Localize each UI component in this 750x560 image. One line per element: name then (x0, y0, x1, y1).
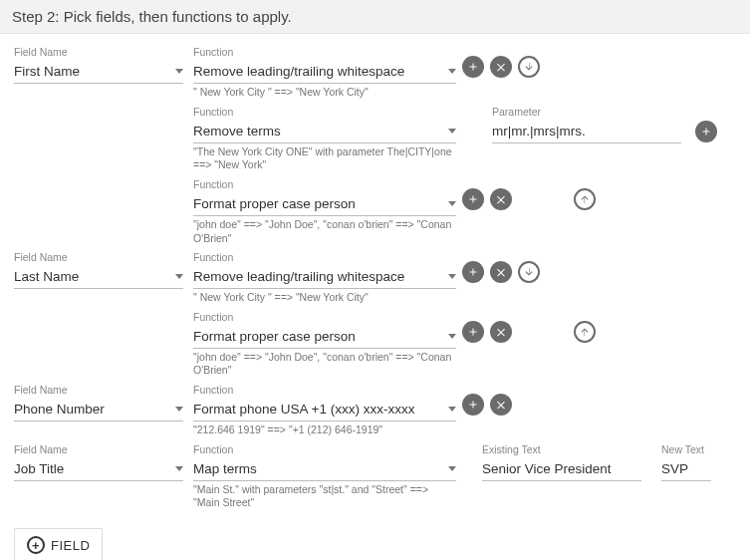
chevron-down-icon (448, 129, 456, 134)
function-label: Function (193, 311, 456, 323)
function-example: "The New York City ONE" with parameter T… (193, 145, 456, 172)
function-select[interactable]: Map terms (193, 457, 456, 481)
function-value: Remove leading/trailing whitespace (193, 269, 404, 284)
field-name-value: First Name (14, 64, 80, 79)
field-name-label: Field Name (14, 443, 183, 455)
remove-icon[interactable] (490, 56, 512, 78)
function-label: Function (193, 106, 456, 118)
function-label: Function (193, 384, 456, 396)
field-name-label: Field Name (14, 251, 183, 263)
chevron-down-icon (448, 201, 456, 206)
new-text-label: New Text (661, 443, 711, 455)
function-select[interactable]: Format proper case person (193, 192, 456, 216)
function-label: Function (193, 178, 456, 190)
chevron-down-icon (448, 69, 456, 74)
remove-icon[interactable] (490, 394, 512, 416)
field-name-select[interactable]: Job Title (14, 457, 183, 481)
function-value: Format proper case person (193, 329, 356, 344)
chevron-down-icon (175, 466, 183, 471)
function-example: "john doe" ==> "John Doe", "conan o'brie… (193, 218, 456, 245)
function-value: Remove terms (193, 124, 281, 139)
new-text-input[interactable] (661, 457, 711, 481)
function-label: Function (193, 46, 456, 58)
function-select[interactable]: Remove leading/trailing whitespace (193, 60, 456, 84)
remove-icon[interactable] (490, 188, 512, 210)
move-down-icon[interactable] (518, 56, 540, 78)
move-up-icon[interactable] (574, 321, 596, 343)
plus-circle-icon: + (27, 536, 45, 554)
chevron-down-icon (448, 334, 456, 339)
chevron-down-icon (448, 407, 456, 412)
function-example: "john doe" ==> "John Doe", "conan o'brie… (193, 351, 456, 378)
add-icon[interactable] (462, 394, 484, 416)
chevron-down-icon (175, 407, 183, 412)
add-field-button[interactable]: + FIELD (14, 528, 103, 560)
form-container: Field Name First Name Function Remove le… (0, 34, 750, 560)
function-select[interactable]: Remove leading/trailing whitespace (193, 265, 456, 289)
function-select[interactable]: Format phone USA +1 (xxx) xxx-xxxx (193, 398, 456, 421)
function-label: Function (193, 443, 456, 455)
field-name-value: Job Title (14, 461, 64, 476)
function-example: "Main St." with parameters "st|st." and … (193, 483, 456, 510)
field-name-label: Field Name (14, 384, 183, 396)
parameter-label: Parameter (492, 106, 736, 118)
function-value: Remove leading/trailing whitespace (193, 64, 404, 79)
chevron-down-icon (175, 69, 183, 74)
add-field-label: FIELD (51, 538, 90, 553)
add-icon[interactable] (462, 321, 484, 343)
add-icon[interactable] (462, 56, 484, 78)
field-name-label: Field Name (14, 46, 183, 58)
add-icon[interactable] (695, 121, 717, 142)
add-icon[interactable] (462, 261, 484, 283)
remove-icon[interactable] (490, 261, 512, 283)
remove-icon[interactable] (490, 321, 512, 343)
existing-text-input[interactable] (482, 457, 641, 481)
field-name-select[interactable]: First Name (14, 60, 183, 84)
field-name-select[interactable]: Last Name (14, 265, 183, 289)
field-name-select[interactable]: Phone Number (14, 398, 183, 421)
step-header: Step 2: Pick fields, then functions to a… (0, 0, 750, 34)
chevron-down-icon (448, 274, 456, 279)
function-value: Format phone USA +1 (xxx) xxx-xxxx (193, 402, 414, 417)
function-value: Format proper case person (193, 196, 356, 211)
field-name-value: Phone Number (14, 402, 105, 417)
chevron-down-icon (175, 274, 183, 279)
function-value: Map terms (193, 461, 257, 476)
function-label: Function (193, 251, 456, 263)
function-example: " New York City " ==> "New York City" (193, 86, 456, 100)
move-down-icon[interactable] (518, 261, 540, 283)
chevron-down-icon (448, 466, 456, 471)
field-name-value: Last Name (14, 269, 79, 284)
function-select[interactable]: Remove terms (193, 120, 456, 143)
move-up-icon[interactable] (574, 188, 596, 210)
function-select[interactable]: Format proper case person (193, 325, 456, 349)
function-example: " New York City " ==> "New York City" (193, 291, 456, 305)
existing-text-label: Existing Text (482, 443, 641, 455)
parameter-input[interactable] (492, 120, 681, 143)
function-example: "212.646 1919" ==> "+1 (212) 646-1919" (193, 423, 456, 437)
add-icon[interactable] (462, 188, 484, 210)
